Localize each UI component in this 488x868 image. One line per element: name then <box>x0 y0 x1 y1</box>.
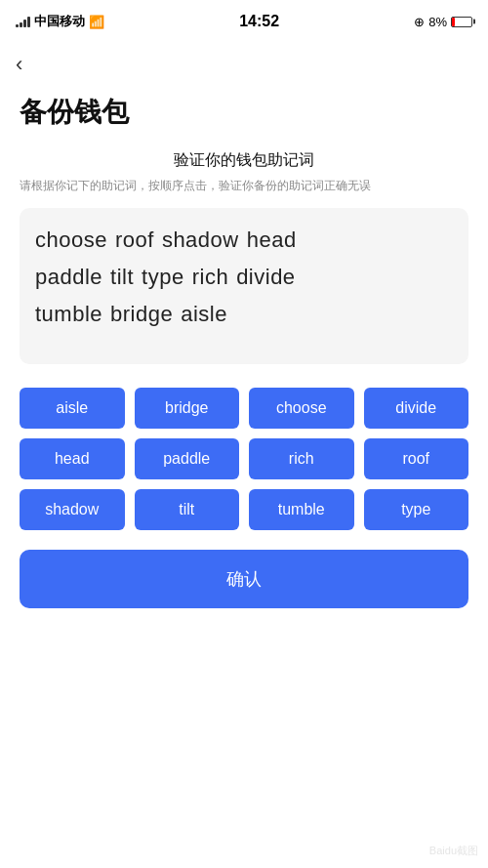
word-paddle: paddle <box>35 265 102 290</box>
word-tumble: tumble <box>35 302 102 327</box>
status-right: ⊕ 8% <box>414 15 472 29</box>
word-btn-shadow[interactable]: shadow <box>20 489 125 530</box>
word-row-1: choose roof shadow head <box>35 227 453 253</box>
word-aisle: aisle <box>181 302 227 327</box>
word-btn-aisle[interactable]: aisle <box>20 388 125 429</box>
status-carrier: 中国移动 📶 <box>16 13 104 30</box>
word-btn-divide[interactable]: divide <box>364 388 469 429</box>
signal-icon <box>16 16 30 27</box>
status-bar: 中国移动 📶 14:52 ⊕ 8% <box>0 0 488 43</box>
word-roof: roof <box>115 227 154 253</box>
main-content: 验证你的钱包助记词 请根据你记下的助记词，按顺序点击，验证你备份的助记词正确无误… <box>0 150 488 638</box>
mnemonic-display-box: choose roof shadow head paddle tilt type… <box>20 208 468 364</box>
word-choose: choose <box>35 227 107 253</box>
word-type: type <box>142 265 184 290</box>
word-shadow: shadow <box>162 227 239 253</box>
confirm-button[interactable]: 确认 <box>20 550 468 608</box>
word-tilt: tilt <box>110 265 134 290</box>
watermark: Baidu截图 <box>429 844 478 858</box>
word-btn-paddle[interactable]: paddle <box>135 438 240 479</box>
word-bridge: bridge <box>110 302 173 327</box>
word-btn-roof[interactable]: roof <box>364 438 469 479</box>
word-btn-tilt[interactable]: tilt <box>135 489 240 530</box>
word-btn-tumble[interactable]: tumble <box>249 489 354 530</box>
word-btn-type[interactable]: type <box>364 489 469 530</box>
word-btn-choose[interactable]: choose <box>249 388 354 429</box>
back-button[interactable]: ‹ <box>16 54 22 75</box>
word-head: head <box>247 227 297 253</box>
word-btn-bridge[interactable]: bridge <box>135 388 240 429</box>
nav-bar: ‹ <box>0 43 488 86</box>
word-rich: rich <box>192 265 228 290</box>
word-buttons-grid: aisle bridge choose divide head paddle r… <box>20 388 468 530</box>
wifi-icon: 📶 <box>89 15 104 29</box>
word-row-3: tumble bridge aisle <box>35 302 453 327</box>
word-row-2: paddle tilt type rich divide <box>35 265 453 290</box>
status-time: 14:52 <box>239 13 279 30</box>
battery-percent: 8% <box>428 15 447 29</box>
word-divide: divide <box>236 265 295 290</box>
battery-icon <box>451 17 472 27</box>
page-title: 备份钱包 <box>0 86 488 150</box>
word-btn-head[interactable]: head <box>20 438 125 479</box>
section-header: 验证你的钱包助记词 请根据你记下的助记词，按顺序点击，验证你备份的助记词正确无误 <box>20 150 468 194</box>
word-btn-rich[interactable]: rich <box>249 438 354 479</box>
sync-icon: ⊕ <box>414 15 425 29</box>
section-desc: 请根据你记下的助记词，按顺序点击，验证你备份的助记词正确无误 <box>20 177 468 194</box>
section-title: 验证你的钱包助记词 <box>20 150 468 171</box>
